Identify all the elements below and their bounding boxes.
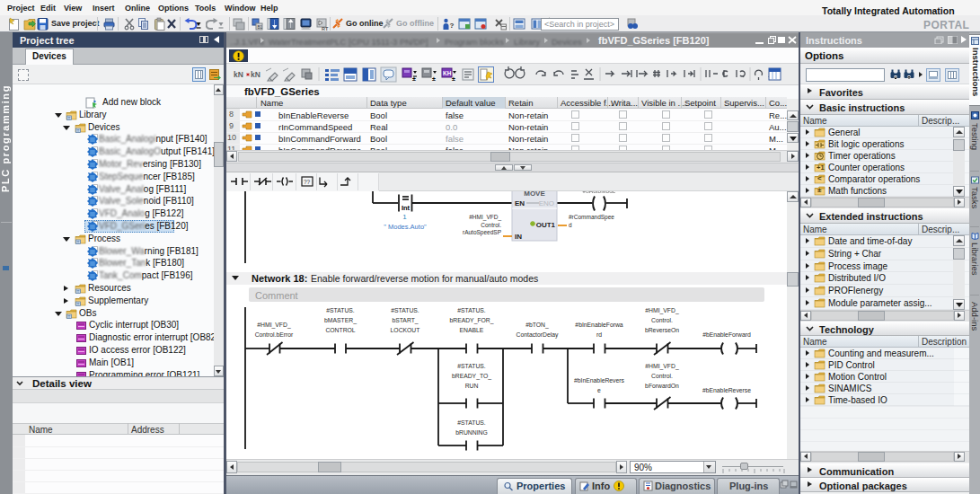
svg-text:OUT1: OUT1	[536, 221, 556, 229]
svg-text:1: 1	[402, 213, 407, 221]
svg-text:" Modes.Auto": " Modes.Auto"	[384, 223, 427, 231]
svg-text:bMASTER_: bMASTER_	[324, 317, 357, 324]
svg-text:ENABLE: ENABLE	[460, 327, 484, 333]
svg-text:??: ??	[304, 179, 311, 185]
svg-text:#STATUS.: #STATUS.	[457, 307, 486, 313]
svg-text:rAutoSpeedSP: rAutoSpeedSP	[463, 229, 501, 236]
svg-text:#bEnableForward: #bEnableForward	[702, 331, 751, 338]
svg-text:bREADY_TO_: bREADY_TO_	[452, 373, 491, 380]
svg-text:Control.: Control.	[651, 317, 673, 323]
svg-text:Int: Int	[402, 204, 411, 212]
svg-text:Control.: Control.	[651, 373, 673, 379]
svg-text:±: ±	[432, 75, 436, 82]
svg-text:Control.: Control.	[481, 222, 501, 228]
svg-text:e: e	[597, 387, 601, 393]
svg-text:bReverseOn: bReverseOn	[645, 327, 679, 333]
svg-text:kN: kN	[234, 70, 243, 79]
svg-text:CONTROL: CONTROL	[325, 327, 355, 333]
svg-text:#HMI_VFD_: #HMI_VFD_	[645, 307, 679, 314]
svg-text:RUN: RUN	[465, 383, 479, 389]
svg-text:#HMI_VFD_: #HMI_VFD_	[469, 214, 501, 221]
svg-text:#bInEnableForwa: #bInEnableForwa	[575, 322, 622, 328]
svg-text:#bInEnableRevers: #bInEnableRevers	[574, 377, 625, 384]
svg-text:ENO: ENO	[539, 199, 554, 207]
svg-text:<: <	[817, 174, 822, 181]
svg-text:#bTON_: #bTON_	[525, 322, 549, 329]
svg-text:kN: kN	[251, 70, 260, 79]
svg-text:±: ±	[817, 186, 822, 193]
svg-text:#HMI_VFD_: #HMI_VFD_	[257, 322, 291, 329]
svg-text:IN: IN	[515, 233, 522, 241]
svg-text:#STATUS.: #STATUS.	[391, 307, 419, 313]
svg-text:+1: +1	[817, 163, 825, 171]
svg-text:±: ±	[412, 75, 416, 82]
svg-text:d: d	[569, 222, 572, 228]
svg-text:bRUNNING: bRUNNING	[455, 429, 488, 436]
svg-text:rd: rd	[596, 331, 602, 338]
svg-text:LOCKOUT: LOCKOUT	[391, 327, 420, 333]
svg-text:Control.bError: Control.bError	[255, 331, 294, 338]
svg-text:MOVE: MOVE	[524, 191, 545, 198]
svg-text:#HMI_VFD_: #HMI_VFD_	[645, 363, 679, 370]
svg-text:#STATUS.: #STATUS.	[457, 419, 486, 426]
svg-text:bSTART_: bSTART_	[392, 317, 418, 324]
svg-text:bForwardOn: bForwardOn	[645, 383, 679, 389]
svg-text:#STATUS.: #STATUS.	[326, 307, 355, 313]
svg-text:#bAutoMode: #bAutoMode	[583, 191, 616, 194]
svg-text:?: ?	[450, 22, 455, 30]
svg-text:RT: RT	[322, 26, 329, 31]
svg-text:ContactorDelay: ContactorDelay	[516, 331, 559, 339]
svg-text:#rCommandSpee: #rCommandSpee	[569, 214, 614, 221]
svg-text:EN: EN	[515, 199, 525, 207]
svg-text:KH: KH	[443, 70, 452, 76]
svg-text:#STATUS.: #STATUS.	[457, 363, 486, 369]
svg-text:B1: B1	[258, 25, 263, 30]
svg-text:bREADY_FOR_: bREADY_FOR_	[449, 317, 493, 324]
svg-text:±: ±	[452, 75, 455, 82]
svg-text:#bEnableReverse: #bEnableReverse	[702, 387, 751, 393]
